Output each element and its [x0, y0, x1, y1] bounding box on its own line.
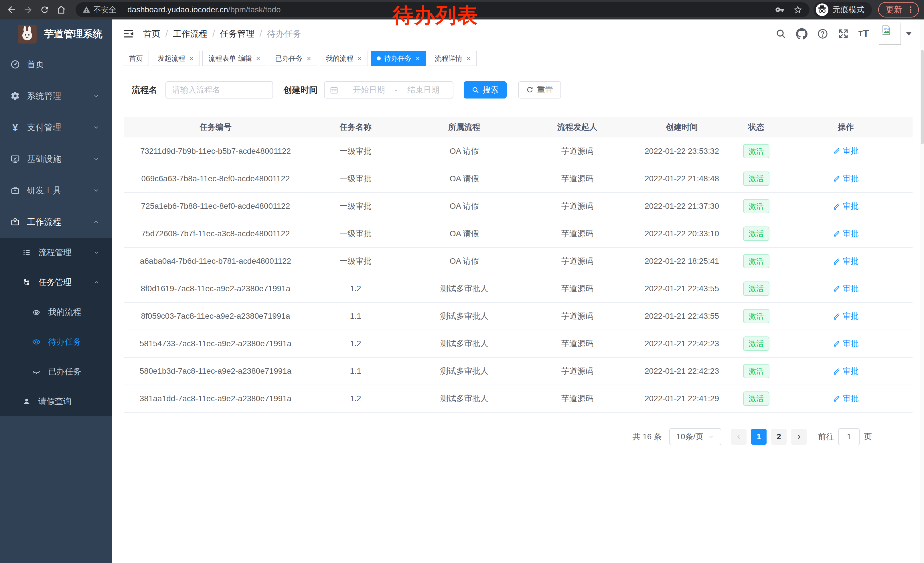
- page-button-1[interactable]: 1: [751, 429, 766, 445]
- col-task-name: 任务名称: [307, 117, 404, 137]
- browser-back-button[interactable]: [5, 3, 18, 16]
- update-button[interactable]: 更新: [886, 4, 902, 15]
- task-process: OA 请假: [404, 137, 524, 165]
- date-range-picker[interactable]: 开始日期 - 结束日期: [324, 81, 453, 99]
- sidebar-item-workflow[interactable]: 工作流程: [0, 206, 112, 238]
- table-row: 381aa1dd-7ac8-11ec-a9e2-a2380e71991a 1.2…: [124, 385, 912, 412]
- font-size-icon[interactable]: TT: [858, 28, 869, 40]
- task-name: 一级审批: [307, 165, 404, 192]
- sidebar-item-done-tasks[interactable]: 已办任务: [0, 357, 112, 387]
- briefcase-icon: [10, 217, 20, 227]
- page-button-2[interactable]: 2: [771, 429, 787, 445]
- close-icon[interactable]: ×: [307, 55, 311, 62]
- breadcrumb-workflow[interactable]: 工作流程: [173, 28, 207, 40]
- tab-done-tasks[interactable]: 已办任务×: [269, 51, 317, 66]
- breadcrumb-home[interactable]: 首页: [143, 28, 160, 40]
- workflow-submenu: 流程管理 任务管理 我的流程 待办任务: [0, 238, 112, 416]
- start-date-placeholder: 开始日期: [345, 84, 393, 95]
- approve-link[interactable]: 审批: [833, 338, 859, 349]
- tags-view-bar: 首页 发起流程× 流程表单-编辑× 已办任务× 我的流程× 待办任务× 流程详情…: [112, 48, 924, 69]
- sidebar-item-todo-tasks[interactable]: 待办任务: [0, 327, 112, 357]
- approve-link[interactable]: 审批: [833, 173, 859, 184]
- user-icon: [22, 397, 31, 406]
- table-row: 73211d9d-7b9b-11ec-b5b7-acde48001122 一级审…: [124, 137, 912, 165]
- help-icon[interactable]: [817, 29, 828, 39]
- bookmark-star-icon[interactable]: [793, 5, 802, 15]
- close-icon[interactable]: ×: [466, 55, 471, 62]
- task-process: 测试多审批人: [404, 275, 524, 302]
- breadcrumb-task-mgmt[interactable]: 任务管理: [220, 28, 255, 40]
- browser-reload-button[interactable]: [38, 3, 51, 16]
- prev-page-button[interactable]: [731, 429, 747, 445]
- reset-button[interactable]: 重置: [518, 81, 561, 99]
- github-icon[interactable]: [796, 28, 807, 39]
- tab-home[interactable]: 首页: [123, 51, 149, 66]
- sidebar-item-infra[interactable]: 基础设施: [0, 143, 112, 175]
- task-id: 73211d9d-7b9b-11ec-b5b7-acde48001122: [124, 137, 307, 165]
- task-id: 069c6a63-7b8a-11ec-8ef0-acde48001122: [124, 165, 307, 192]
- sidebar-item-payment[interactable]: ¥ 支付管理: [0, 112, 112, 143]
- main-area: 首页 / 工作流程 / 任务管理 / 待办任务: [112, 20, 924, 563]
- page-scrollbar[interactable]: [920, 20, 924, 563]
- close-icon[interactable]: ×: [357, 55, 362, 62]
- app-logo-row[interactable]: 芋道管理系统: [0, 20, 112, 49]
- task-starter: 芋道源码: [524, 357, 630, 385]
- yen-icon: ¥: [10, 123, 20, 132]
- search-icon[interactable]: [776, 29, 786, 39]
- tab-process-detail[interactable]: 流程详情×: [429, 51, 477, 66]
- key-icon[interactable]: [775, 5, 784, 14]
- approve-link[interactable]: 审批: [833, 146, 859, 156]
- avatar-caret-icon[interactable]: [906, 32, 912, 36]
- sidebar-item-leave-query[interactable]: 请假查询: [0, 387, 112, 416]
- tab-start-process[interactable]: 发起流程×: [152, 51, 200, 66]
- col-task-id: 任务编号: [124, 117, 307, 137]
- close-icon[interactable]: ×: [189, 55, 194, 62]
- eye-icon: [32, 338, 40, 346]
- sidebar-item-process-mgmt[interactable]: 流程管理: [0, 238, 112, 267]
- task-process: OA 请假: [404, 192, 524, 220]
- browser-menu-icon[interactable]: [906, 5, 915, 15]
- task-starter: 芋道源码: [524, 302, 630, 330]
- sidebar-toggle-icon[interactable]: [123, 28, 135, 39]
- approve-link[interactable]: 审批: [833, 366, 859, 377]
- page-size-select[interactable]: 10条/页: [669, 428, 722, 445]
- task-name: 1.2: [307, 275, 404, 302]
- approve-link[interactable]: 审批: [833, 283, 859, 294]
- task-name: 1.1: [307, 302, 404, 330]
- table-row: a6aba0a4-7b6d-11ec-b781-acde48001122 一级审…: [124, 248, 912, 275]
- avatar[interactable]: [879, 23, 901, 45]
- tab-my-process[interactable]: 我的流程×: [320, 51, 368, 66]
- task-process: OA 请假: [404, 165, 524, 192]
- briefcase-icon: [10, 186, 20, 195]
- close-icon[interactable]: ×: [256, 55, 260, 62]
- calendar-icon: [330, 86, 338, 94]
- fullscreen-icon[interactable]: [838, 29, 849, 39]
- close-icon[interactable]: ×: [416, 55, 420, 62]
- scrollbar-thumb[interactable]: [921, 50, 924, 144]
- sidebar-item-home[interactable]: 首页: [0, 49, 112, 80]
- sidebar-item-task-mgmt[interactable]: 任务管理: [0, 267, 112, 297]
- navbar-tools: TT: [766, 23, 912, 45]
- process-name-input[interactable]: [165, 81, 273, 99]
- approve-link[interactable]: 审批: [833, 228, 859, 239]
- status-badge: 激活: [743, 199, 770, 213]
- page-unit-label: 页: [864, 431, 872, 442]
- browser-forward-button[interactable]: [22, 3, 34, 16]
- task-id: 381aa1dd-7ac8-11ec-a9e2-a2380e71991a: [124, 385, 307, 412]
- sidebar-item-system[interactable]: 系统管理: [0, 80, 112, 112]
- approve-link[interactable]: 审批: [833, 256, 859, 267]
- app-title: 芋道管理系统: [44, 27, 102, 41]
- approve-link[interactable]: 审批: [833, 311, 859, 321]
- next-page-button[interactable]: [791, 429, 807, 445]
- search-button[interactable]: 搜索: [464, 81, 507, 99]
- browser-home-button[interactable]: [55, 3, 68, 16]
- tab-todo-tasks[interactable]: 待办任务×: [371, 51, 426, 66]
- sidebar-item-devtools[interactable]: 研发工具: [0, 175, 112, 206]
- approve-link[interactable]: 审批: [833, 393, 859, 404]
- todo-list-annotation: 待办列表: [393, 2, 478, 29]
- goto-page-input[interactable]: [838, 428, 860, 445]
- total-count: 共 16 条: [632, 431, 662, 442]
- tab-form-edit[interactable]: 流程表单-编辑×: [202, 51, 266, 66]
- approve-link[interactable]: 审批: [833, 201, 859, 212]
- sidebar-item-my-process[interactable]: 我的流程: [0, 297, 112, 327]
